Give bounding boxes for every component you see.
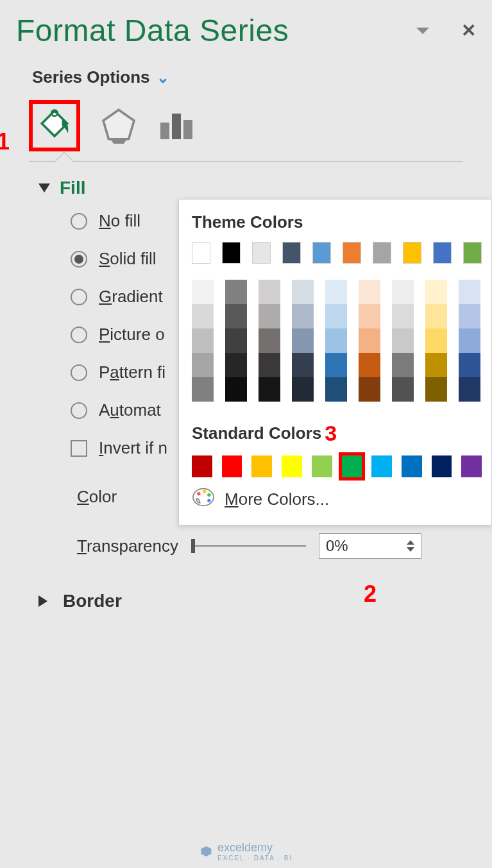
color-picker-popup: Theme Colors Standard Colors 3 More Colo… (178, 199, 492, 525)
color-swatch[interactable] (325, 377, 347, 402)
transparency-slider[interactable] (191, 545, 306, 547)
standard-color-swatch[interactable] (339, 452, 366, 481)
color-swatch[interactable] (459, 280, 480, 304)
color-swatch[interactable] (225, 377, 247, 402)
spinner-arrows[interactable] (407, 540, 414, 552)
transparency-spinner[interactable]: 0% (319, 533, 421, 559)
color-swatch[interactable] (392, 353, 414, 377)
color-swatch[interactable] (292, 304, 314, 328)
effects-tab[interactable] (99, 105, 138, 146)
spinner-down-icon[interactable] (407, 547, 414, 552)
checkbox-icon (71, 440, 87, 457)
color-swatch[interactable] (192, 353, 214, 377)
color-swatch[interactable] (459, 304, 480, 328)
series-options-dropdown[interactable]: Series Options ⌄ (32, 67, 476, 87)
slider-thumb[interactable] (191, 539, 195, 553)
color-swatch[interactable] (292, 377, 314, 402)
standard-color-swatch[interactable] (461, 455, 482, 477)
standard-color-swatch[interactable] (432, 455, 452, 477)
color-swatch[interactable] (343, 242, 361, 264)
standard-color-swatch[interactable] (192, 455, 212, 477)
color-swatch[interactable] (433, 242, 452, 264)
fill-tab[interactable] (29, 100, 80, 151)
tab-divider (29, 161, 463, 162)
color-swatch[interactable] (222, 242, 241, 264)
color-swatch[interactable] (292, 328, 314, 353)
fill-section-header[interactable]: Fill (38, 178, 476, 198)
color-swatch[interactable] (325, 304, 347, 328)
color-swatch[interactable] (392, 377, 414, 402)
watermark: exceldemy EXCEL · DATA · BI (199, 841, 293, 862)
standard-color-swatch[interactable] (371, 455, 392, 477)
color-swatch[interactable] (359, 353, 380, 377)
color-label: Color (77, 487, 117, 507)
color-swatch[interactable] (259, 304, 280, 328)
radio-icon (71, 289, 87, 305)
color-swatch[interactable] (359, 280, 380, 304)
color-swatch[interactable] (192, 304, 214, 328)
fill-section-title: Fill (60, 178, 85, 198)
transparency-row: Transparency 0% (77, 533, 421, 559)
standard-color-swatch[interactable] (222, 455, 242, 477)
color-swatch[interactable] (373, 242, 391, 264)
color-swatch[interactable] (225, 280, 247, 304)
color-swatch[interactable] (403, 242, 421, 264)
color-swatch[interactable] (259, 328, 280, 353)
color-swatch[interactable] (459, 377, 480, 402)
watermark-name: exceldemy (217, 841, 273, 855)
color-swatch[interactable] (325, 280, 347, 304)
color-swatch[interactable] (359, 377, 380, 402)
watermark-icon (199, 845, 212, 858)
color-swatch[interactable] (463, 242, 482, 264)
color-swatch[interactable] (192, 328, 214, 353)
color-swatch[interactable] (425, 328, 447, 353)
color-swatch[interactable] (359, 304, 380, 328)
theme-colors-row (192, 242, 482, 264)
color-swatch[interactable] (459, 328, 480, 353)
color-swatch[interactable] (252, 242, 271, 264)
more-colors-button[interactable]: More Colors... (192, 487, 482, 512)
standard-color-swatch[interactable] (312, 455, 332, 477)
color-swatch[interactable] (312, 242, 331, 264)
color-swatch[interactable] (425, 377, 447, 402)
spinner-up-icon[interactable] (407, 540, 414, 545)
color-swatch[interactable] (225, 304, 247, 328)
color-swatch[interactable] (225, 353, 247, 377)
color-swatch[interactable] (259, 280, 280, 304)
color-swatch[interactable] (425, 353, 447, 377)
watermark-sub: EXCEL · DATA · BI (217, 855, 293, 862)
shade-column (425, 280, 447, 402)
color-swatch[interactable] (259, 377, 280, 402)
chevron-down-icon: ⌄ (157, 69, 169, 87)
standard-color-swatch[interactable] (251, 455, 272, 477)
color-swatch[interactable] (292, 353, 314, 377)
color-swatch[interactable] (259, 353, 280, 377)
color-swatch[interactable] (282, 242, 301, 264)
series-options-tab[interactable] (157, 108, 196, 143)
bar-chart-icon (157, 108, 196, 140)
options-dropdown-icon[interactable] (416, 28, 429, 34)
standard-color-swatch[interactable] (402, 455, 422, 477)
color-swatch[interactable] (192, 242, 210, 264)
border-section-header[interactable]: Border (38, 591, 476, 611)
color-swatch[interactable] (325, 328, 347, 353)
theme-shades-grid (192, 280, 482, 402)
color-swatch[interactable] (425, 304, 447, 328)
color-swatch[interactable] (192, 377, 214, 402)
standard-color-swatch[interactable] (282, 455, 302, 477)
radio-label: Picture o (99, 325, 165, 345)
color-swatch[interactable] (425, 280, 447, 304)
color-swatch[interactable] (325, 353, 347, 377)
color-swatch[interactable] (359, 328, 380, 353)
color-swatch[interactable] (192, 280, 214, 304)
radio-icon (71, 327, 87, 343)
svg-point-6 (197, 492, 200, 495)
radio-label: Solid fill (99, 249, 157, 269)
color-swatch[interactable] (459, 353, 480, 377)
color-swatch[interactable] (225, 328, 247, 353)
color-swatch[interactable] (292, 280, 314, 304)
color-swatch[interactable] (392, 304, 414, 328)
color-swatch[interactable] (392, 280, 414, 304)
color-swatch[interactable] (392, 328, 414, 353)
close-icon[interactable]: ✕ (461, 20, 476, 41)
